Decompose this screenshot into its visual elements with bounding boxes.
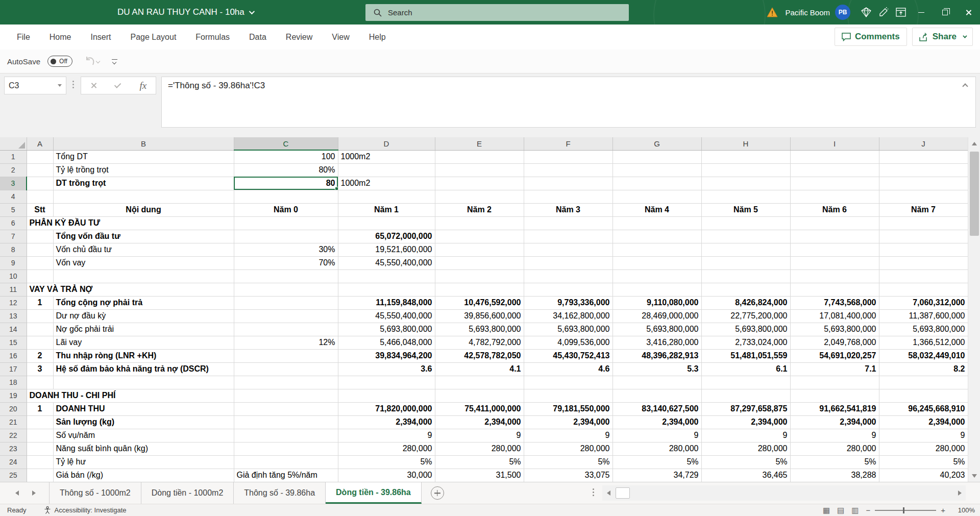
cell-F2[interactable] (524, 163, 612, 177)
cell-E11[interactable] (435, 283, 524, 296)
cell-D10[interactable] (338, 269, 435, 283)
cell-C9[interactable]: 70% (234, 256, 338, 269)
cell-E25[interactable]: 31,500 (435, 469, 524, 482)
cell-F4[interactable] (524, 190, 612, 203)
cell-E10[interactable] (435, 269, 524, 283)
cell-J14[interactable]: 5,693,800,000 (879, 323, 968, 336)
document-title[interactable]: DU AN RAU THUY CANH - 10ha (117, 7, 253, 17)
cell-I2[interactable] (790, 163, 879, 177)
cell-D5[interactable]: Năm 1 (338, 203, 435, 216)
row-header-24[interactable]: 24 (0, 455, 27, 469)
cell-F18[interactable] (524, 376, 612, 389)
scroll-left-icon[interactable] (602, 485, 615, 501)
cell-F10[interactable] (524, 269, 612, 283)
cell-D25[interactable]: 30,000 (338, 469, 435, 482)
row-header-7[interactable]: 7 (0, 230, 27, 243)
user-name[interactable]: Pacific Boom (785, 8, 830, 17)
row-header-18[interactable]: 18 (0, 376, 27, 389)
cell-H25[interactable]: 36,465 (701, 469, 790, 482)
cell-C12[interactable] (234, 296, 338, 309)
column-header-F[interactable]: F (524, 137, 612, 150)
cell-D22[interactable]: 9 (338, 429, 435, 442)
ribbon-tab-insert[interactable]: Insert (81, 24, 120, 50)
zoom-slider-thumb[interactable] (903, 507, 904, 513)
cell-I23[interactable]: 280,000 (790, 442, 879, 455)
cell-A5[interactable]: Stt (27, 203, 53, 216)
zoom-slider-track[interactable] (875, 510, 936, 511)
cell-F25[interactable]: 33,075 (524, 469, 612, 482)
ribbon-tab-file[interactable]: File (7, 24, 40, 50)
cell-D19[interactable] (338, 389, 435, 402)
cell-C16[interactable] (234, 349, 338, 362)
cell-E8[interactable] (435, 243, 524, 256)
cell-B23[interactable]: Năng suất bình quân (kg) (53, 442, 234, 455)
cell-G7[interactable] (612, 230, 701, 243)
cell-E7[interactable] (435, 230, 524, 243)
cell-J17[interactable]: 8.2 (879, 362, 968, 376)
cell-H8[interactable] (701, 243, 790, 256)
cell-E19[interactable] (435, 389, 524, 402)
scroll-up-icon[interactable] (968, 137, 980, 150)
cell-D18[interactable] (338, 376, 435, 389)
cell-B22[interactable]: Số vụ/năm (53, 429, 234, 442)
cell-G13[interactable]: 28,469,000,000 (612, 309, 701, 323)
cell-B14[interactable]: Nợ gốc phải trải (53, 323, 234, 336)
cell-J11[interactable] (879, 283, 968, 296)
cell-F14[interactable]: 5,693,800,000 (524, 323, 612, 336)
normal-view-button[interactable]: ▦ (823, 506, 830, 515)
cell-H4[interactable] (701, 190, 790, 203)
cell-J24[interactable]: 5% (879, 455, 968, 469)
cell-F15[interactable]: 4,099,536,000 (524, 336, 612, 349)
cell-B5[interactable]: Nội dung (53, 203, 234, 216)
cell-J8[interactable] (879, 243, 968, 256)
cell-A16[interactable]: 2 (27, 349, 53, 362)
undo-button[interactable] (85, 57, 100, 66)
cell-F7[interactable] (524, 230, 612, 243)
cell-E9[interactable] (435, 256, 524, 269)
cell-C11[interactable] (234, 283, 338, 296)
cell-G16[interactable]: 48,396,282,913 (612, 349, 701, 362)
row-header-5[interactable]: 5 (0, 203, 27, 216)
cell-E12[interactable]: 10,476,592,000 (435, 296, 524, 309)
cell-H12[interactable]: 8,426,824,000 (701, 296, 790, 309)
cell-A13[interactable] (27, 309, 53, 323)
cell-A23[interactable] (27, 442, 53, 455)
cell-J19[interactable] (879, 389, 968, 402)
cell-J21[interactable]: 2,394,000 (879, 415, 968, 429)
cell-B4[interactable] (53, 190, 234, 203)
cell-H14[interactable]: 5,693,800,000 (701, 323, 790, 336)
cell-C8[interactable]: 30% (234, 243, 338, 256)
cell-I9[interactable] (790, 256, 879, 269)
vertical-scrollbar-thumb[interactable] (970, 152, 979, 236)
row-header-2[interactable]: 2 (0, 163, 27, 177)
cell-G23[interactable]: 280,000 (612, 442, 701, 455)
pen-icon[interactable] (875, 7, 892, 17)
cell-E6[interactable] (435, 216, 524, 230)
cell-J16[interactable]: 58,032,449,010 (879, 349, 968, 362)
horizontal-scrollbar-track[interactable] (615, 485, 953, 501)
cell-C22[interactable] (234, 429, 338, 442)
cell-B3[interactable]: DT trồng trọt (53, 177, 234, 190)
cell-A18[interactable] (27, 376, 53, 389)
scroll-down-icon[interactable] (968, 470, 980, 482)
cell-A11[interactable]: VAY VÀ TRẢ NỢ (27, 283, 234, 296)
cell-G18[interactable] (612, 376, 701, 389)
cell-I6[interactable] (790, 216, 879, 230)
cell-B9[interactable]: Vốn vay (53, 256, 234, 269)
cell-H1[interactable] (701, 150, 790, 163)
sheet-tab-1[interactable]: Dòng tiền - 1000m2 (141, 482, 234, 504)
row-header-13[interactable]: 13 (0, 309, 27, 323)
cell-G10[interactable] (612, 269, 701, 283)
cell-G22[interactable]: 9 (612, 429, 701, 442)
cell-J18[interactable] (879, 376, 968, 389)
cell-C5[interactable]: Năm 0 (234, 203, 338, 216)
cell-J10[interactable] (879, 269, 968, 283)
column-header-D[interactable]: D (338, 137, 435, 150)
row-header-16[interactable]: 16 (0, 349, 27, 362)
cell-F11[interactable] (524, 283, 612, 296)
collapse-formula-bar-icon[interactable] (962, 83, 968, 89)
cell-H10[interactable] (701, 269, 790, 283)
cell-A9[interactable] (27, 256, 53, 269)
cell-G14[interactable]: 5,693,800,000 (612, 323, 701, 336)
cell-I21[interactable]: 2,394,000 (790, 415, 879, 429)
